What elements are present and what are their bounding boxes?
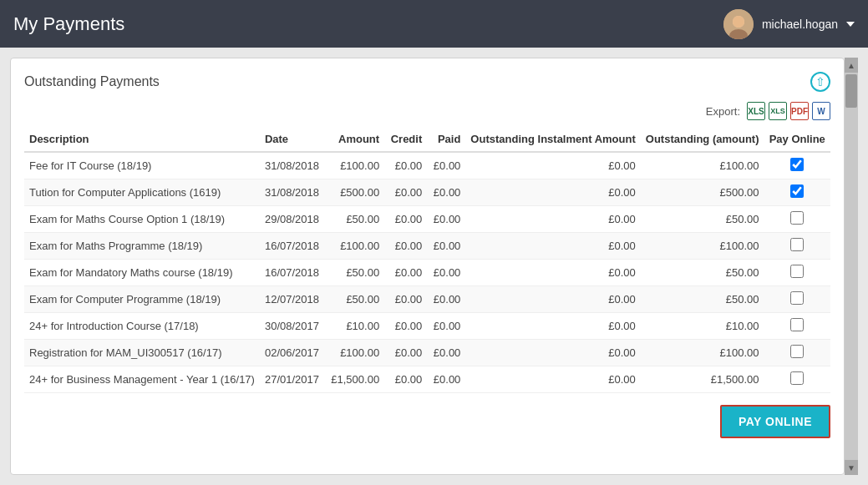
- cell-credit: £0.00: [384, 260, 427, 286]
- cell-date: 02/06/2017: [260, 340, 326, 366]
- chevron-down-icon: [846, 22, 855, 27]
- export-xlsx-button[interactable]: XLS: [769, 102, 787, 120]
- cell-instalment: £0.00: [465, 313, 640, 340]
- pay-online-checkbox[interactable]: [790, 265, 804, 278]
- cell-date: 27/01/2017: [260, 366, 326, 393]
- pay-online-checkbox[interactable]: [790, 291, 804, 305]
- pay-online-bar: PAY ONLINE: [24, 405, 830, 438]
- table-row: Fee for IT Course (18/19)31/08/2018£100.…: [24, 152, 830, 179]
- cell-description: Fee for IT Course (18/19): [24, 152, 260, 179]
- pay-online-button[interactable]: PAY ONLINE: [720, 405, 830, 438]
- pay-online-checkbox[interactable]: [790, 345, 804, 358]
- cell-paid: £0.00: [427, 340, 465, 366]
- cell-amount: £100.00: [326, 233, 384, 260]
- cell-instalment: £0.00: [465, 366, 640, 393]
- scrollbar[interactable]: ▲ ▼: [845, 58, 858, 475]
- cell-date: 31/08/2018: [260, 152, 326, 179]
- cell-outstanding: £500.00: [641, 179, 764, 206]
- main-content: Outstanding Payments ⇧ Export: XLS XLS P…: [0, 48, 868, 485]
- user-menu[interactable]: michael.hogan: [723, 9, 855, 39]
- cell-date: 16/07/2018: [260, 260, 326, 286]
- card-header: Outstanding Payments ⇧: [24, 72, 830, 92]
- cell-credit: £0.00: [384, 286, 427, 313]
- pay-online-checkbox[interactable]: [790, 238, 804, 251]
- payments-table: Description Date Amount Credit Paid Outs…: [24, 127, 830, 393]
- cell-outstanding: £1,500.00: [641, 366, 764, 393]
- cell-pay-online-checkbox[interactable]: [764, 206, 830, 233]
- cell-pay-online-checkbox[interactable]: [764, 260, 830, 286]
- pay-online-checkbox[interactable]: [790, 211, 804, 225]
- cell-amount: £50.00: [326, 260, 384, 286]
- cell-amount: £500.00: [326, 179, 384, 206]
- cell-date: 12/07/2018: [260, 286, 326, 313]
- scroll-thumb[interactable]: [845, 74, 857, 108]
- pay-online-checkbox[interactable]: [790, 371, 804, 385]
- cell-amount: £100.00: [326, 152, 384, 179]
- avatar: [723, 9, 754, 39]
- cell-instalment: £0.00: [465, 206, 640, 233]
- cell-pay-online-checkbox[interactable]: [764, 233, 830, 260]
- cell-paid: £0.00: [427, 260, 465, 286]
- cell-pay-online-checkbox[interactable]: [764, 286, 830, 313]
- pay-online-checkbox[interactable]: [790, 158, 804, 171]
- cell-credit: £0.00: [384, 340, 427, 366]
- cell-outstanding: £50.00: [641, 260, 764, 286]
- export-xls-button[interactable]: XLS: [747, 102, 765, 120]
- table-body: Fee for IT Course (18/19)31/08/2018£100.…: [24, 152, 830, 393]
- col-instalment: Outstanding Instalment Amount: [465, 127, 640, 152]
- cell-credit: £0.00: [384, 152, 427, 179]
- col-amount: Amount: [326, 127, 384, 152]
- cell-date: 16/07/2018: [260, 233, 326, 260]
- cell-outstanding: £50.00: [641, 286, 764, 313]
- cell-paid: £0.00: [427, 152, 465, 179]
- cell-date: 29/08/2018: [260, 206, 326, 233]
- table-row: Tution for Computer Applications (1619)3…: [24, 179, 830, 206]
- table-row: Exam for Maths Programme (18/19)16/07/20…: [24, 233, 830, 260]
- export-bar: Export: XLS XLS PDF W: [24, 102, 830, 120]
- cell-pay-online-checkbox[interactable]: [764, 313, 830, 340]
- col-credit: Credit: [384, 127, 427, 152]
- col-description: Description: [24, 127, 260, 152]
- pay-online-checkbox[interactable]: [790, 184, 804, 198]
- cell-pay-online-checkbox[interactable]: [764, 366, 830, 393]
- pay-online-checkbox[interactable]: [790, 318, 804, 331]
- cell-description: Exam for Computer Programme (18/19): [24, 286, 260, 313]
- cell-description: 24+ for Introduction Course (17/18): [24, 313, 260, 340]
- cell-credit: £0.00: [384, 366, 427, 393]
- cell-amount: £50.00: [326, 286, 384, 313]
- cell-paid: £0.00: [427, 179, 465, 206]
- export-label: Export:: [706, 105, 740, 118]
- page-title: My Payments: [13, 13, 124, 35]
- cell-description: Registration for MAM_UI300517 (16/17): [24, 340, 260, 366]
- app-header: My Payments michael.hogan: [0, 0, 868, 48]
- cell-instalment: £0.00: [465, 260, 640, 286]
- cell-description: Tution for Computer Applications (1619): [24, 179, 260, 206]
- card-title: Outstanding Payments: [24, 74, 160, 89]
- scroll-up-arrow[interactable]: ▲: [845, 58, 858, 73]
- cell-pay-online-checkbox[interactable]: [764, 179, 830, 206]
- cell-paid: £0.00: [427, 206, 465, 233]
- export-word-button[interactable]: W: [812, 102, 830, 120]
- cell-instalment: £0.00: [465, 233, 640, 260]
- table-header-row: Description Date Amount Credit Paid Outs…: [24, 127, 830, 152]
- cell-pay-online-checkbox[interactable]: [764, 152, 830, 179]
- cell-paid: £0.00: [427, 286, 465, 313]
- cell-pay-online-checkbox[interactable]: [764, 340, 830, 366]
- cell-outstanding: £100.00: [641, 152, 764, 179]
- table-row: 24+ for Business Management - Year 1 (16…: [24, 366, 830, 393]
- cell-outstanding: £100.00: [641, 233, 764, 260]
- cell-paid: £0.00: [427, 233, 465, 260]
- collapse-button[interactable]: ⇧: [810, 72, 830, 92]
- cell-description: Exam for Maths Course Option 1 (18/19): [24, 206, 260, 233]
- cell-outstanding: £50.00: [641, 206, 764, 233]
- cell-instalment: £0.00: [465, 340, 640, 366]
- table-row: Exam for Maths Course Option 1 (18/19)29…: [24, 206, 830, 233]
- col-paid: Paid: [427, 127, 465, 152]
- username-label: michael.hogan: [762, 18, 838, 31]
- cell-credit: £0.00: [384, 179, 427, 206]
- cell-instalment: £0.00: [465, 179, 640, 206]
- scroll-down-arrow[interactable]: ▼: [845, 460, 858, 475]
- cell-description: 24+ for Business Management - Year 1 (16…: [24, 366, 260, 393]
- export-pdf-button[interactable]: PDF: [790, 102, 809, 120]
- col-pay-online: Pay Online: [764, 127, 830, 152]
